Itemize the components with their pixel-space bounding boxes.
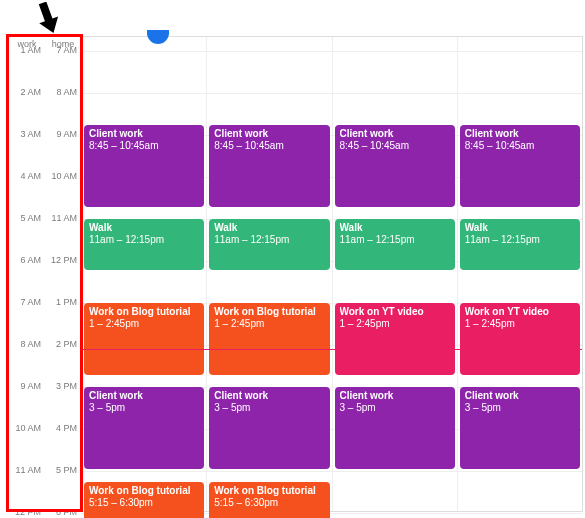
hour-label: 5 PM	[56, 465, 77, 475]
hour-label: 12 PM	[51, 255, 77, 265]
event-time: 3 – 5pm	[214, 402, 324, 414]
calendar-event[interactable]: Client work8:45 – 10:45am	[209, 125, 329, 207]
time-slot: 6 PM	[45, 513, 81, 518]
day-column[interactable]: Client work8:45 – 10:45amWalk11am – 12:1…	[332, 37, 457, 511]
hour-label: 12 PM	[15, 507, 41, 517]
calendar-event[interactable]: Client work8:45 – 10:45am	[460, 125, 580, 207]
hour-label: 2 PM	[56, 339, 77, 349]
event-title: Work on Blog tutorial	[214, 306, 324, 318]
hour-label: 6 AM	[20, 255, 41, 265]
event-title: Work on Blog tutorial	[214, 485, 324, 497]
event-time: 11am – 12:15pm	[465, 234, 575, 246]
hour-label: 5 AM	[20, 213, 41, 223]
day-column[interactable]: Client work8:45 – 10:45amWalk11am – 12:1…	[81, 37, 206, 511]
now-indicator	[81, 349, 582, 350]
calendar-event[interactable]: Work on YT video1 – 2:45pm	[335, 303, 455, 375]
calendar-event[interactable]: Client work8:45 – 10:45am	[335, 125, 455, 207]
hour-label: 4 AM	[20, 171, 41, 181]
event-title: Work on Blog tutorial	[89, 485, 199, 497]
hour-label: 2 AM	[20, 87, 41, 97]
event-title: Walk	[340, 222, 450, 234]
hour-label: 3 AM	[20, 129, 41, 139]
event-title: Walk	[214, 222, 324, 234]
event-time: 8:45 – 10:45am	[89, 140, 199, 152]
event-time: 3 – 5pm	[465, 402, 575, 414]
hour-label: 9 AM	[56, 129, 77, 139]
event-time: 1 – 2:45pm	[465, 318, 575, 330]
calendar-event[interactable]: Work on Blog tutorial1 – 2:45pm	[84, 303, 204, 375]
hour-label: 4 PM	[56, 423, 77, 433]
hour-label: 6 PM	[56, 507, 77, 517]
event-time: 1 – 2:45pm	[340, 318, 450, 330]
calendar-event[interactable]: Client work3 – 5pm	[209, 387, 329, 469]
hour-label: 11 AM	[51, 213, 77, 223]
event-title: Work on Blog tutorial	[89, 306, 199, 318]
event-title: Client work	[340, 128, 450, 140]
event-title: Client work	[340, 390, 450, 402]
event-time: 5:15 – 6:30pm	[214, 497, 324, 509]
calendar-event[interactable]: Work on Blog tutorial5:15 – 6:30pm	[84, 482, 204, 519]
hour-label: 1 PM	[56, 297, 77, 307]
calendar-event[interactable]: Client work3 – 5pm	[335, 387, 455, 469]
time-slot: 12 PM	[9, 513, 45, 518]
hour-label: 9 AM	[20, 381, 41, 391]
event-time: 3 – 5pm	[89, 402, 199, 414]
event-title: Client work	[214, 128, 324, 140]
event-title: Client work	[89, 128, 199, 140]
hour-label: 1 AM	[20, 45, 41, 55]
calendar-event[interactable]: Walk11am – 12:15pm	[460, 219, 580, 270]
event-title: Work on YT video	[340, 306, 450, 318]
event-time: 11am – 12:15pm	[214, 234, 324, 246]
hour-label: 10 AM	[51, 171, 77, 181]
day-column[interactable]: Client work8:45 – 10:45amWalk11am – 12:1…	[457, 37, 582, 511]
svg-marker-0	[36, 2, 62, 36]
event-time: 3 – 5pm	[340, 402, 450, 414]
day-column[interactable]: Client work8:45 – 10:45amWalk11am – 12:1…	[206, 37, 331, 511]
timezone-column-work: work 1 AM2 AM3 AM4 AM5 AM6 AM7 AM8 AM9 A…	[9, 37, 45, 511]
calendar-event[interactable]: Work on Blog tutorial5:15 – 6:30pm	[209, 482, 329, 519]
event-time: 11am – 12:15pm	[89, 234, 199, 246]
event-time: 1 – 2:45pm	[214, 318, 324, 330]
event-time: 8:45 – 10:45am	[465, 140, 575, 152]
event-time: 8:45 – 10:45am	[340, 140, 450, 152]
event-time: 11am – 12:15pm	[340, 234, 450, 246]
calendar-event[interactable]: Walk11am – 12:15pm	[209, 219, 329, 270]
calendar-days-grid[interactable]: Client work8:45 – 10:45amWalk11am – 12:1…	[81, 37, 582, 511]
hour-label: 3 PM	[56, 381, 77, 391]
event-title: Walk	[465, 222, 575, 234]
hour-label: 8 AM	[20, 339, 41, 349]
event-time: 1 – 2:45pm	[89, 318, 199, 330]
event-title: Walk	[89, 222, 199, 234]
hour-label: 10 AM	[15, 423, 41, 433]
event-title: Client work	[89, 390, 199, 402]
calendar-event[interactable]: Work on YT video1 – 2:45pm	[460, 303, 580, 375]
hour-label: 11 AM	[15, 465, 41, 475]
event-time: 5:15 – 6:30pm	[89, 497, 199, 509]
calendar-event[interactable]: Walk11am – 12:15pm	[84, 219, 204, 270]
annotation-arrow-icon	[36, 2, 62, 40]
hour-label: 8 AM	[56, 87, 77, 97]
calendar-event[interactable]: Work on Blog tutorial1 – 2:45pm	[209, 303, 329, 375]
event-title: Work on YT video	[465, 306, 575, 318]
calendar-event[interactable]: Client work3 – 5pm	[460, 387, 580, 469]
hour-label: 7 AM	[20, 297, 41, 307]
event-title: Client work	[465, 128, 575, 140]
calendar-event[interactable]: Client work8:45 – 10:45am	[84, 125, 204, 207]
calendar-event[interactable]: Client work3 – 5pm	[84, 387, 204, 469]
calendar-container: work 1 AM2 AM3 AM4 AM5 AM6 AM7 AM8 AM9 A…	[8, 36, 583, 512]
hour-label: 7 AM	[56, 45, 77, 55]
event-title: Client work	[214, 390, 324, 402]
calendar-event[interactable]: Walk11am – 12:15pm	[335, 219, 455, 270]
event-time: 8:45 – 10:45am	[214, 140, 324, 152]
timezone-column-home: home 7 AM8 AM9 AM10 AM11 AM12 PM1 PM2 PM…	[45, 37, 81, 511]
event-title: Client work	[465, 390, 575, 402]
